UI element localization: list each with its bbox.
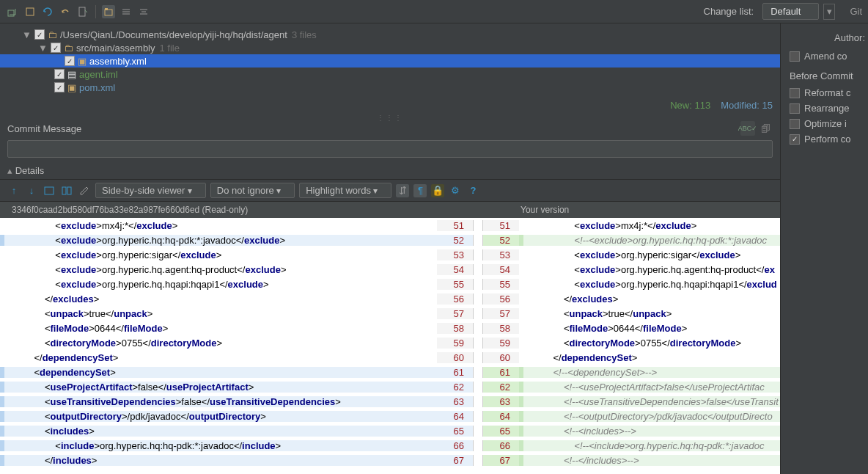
modified-count: Modified: 15 (721, 100, 773, 111)
dropdown-arrow-icon[interactable]: ▾ (823, 4, 835, 20)
rearrange-checkbox[interactable]: Rearrange (790, 103, 865, 114)
diff-line[interactable]: <exclude>org.hyperic.hq.hqapi:hqapi1</ex… (0, 277, 780, 291)
rollback-icon[interactable] (23, 5, 37, 18)
settings-gear-icon[interactable]: ⚙ (449, 184, 462, 197)
tree-root-folder[interactable]: ▼ ✓ 🗀 /Users/QianL/Documents/develop/yij… (0, 28, 780, 41)
diff-line[interactable]: <fileMode>0644</fileMode>5858 <fileMode>… (0, 321, 780, 335)
collapse-icon[interactable] (137, 5, 150, 18)
tree-file-assembly[interactable]: ✓ ▣ assembly.xml (0, 54, 780, 68)
ignore-dropdown[interactable]: Do not ignore ▾ (210, 183, 295, 198)
viewer-mode-dropdown[interactable]: Side-by-side viewer ▾ (95, 183, 206, 198)
history-icon[interactable]: 🗐 (758, 121, 773, 136)
svg-rect-4 (105, 8, 108, 10)
folder-icon: 🗀 (48, 29, 57, 40)
undo-icon[interactable] (59, 5, 72, 18)
checkbox[interactable]: ✓ (51, 43, 61, 53)
diff-line[interactable]: <useTransitiveDependencies>false</useTra… (0, 394, 780, 409)
before-commit-label: Before Commit (790, 70, 865, 81)
svg-rect-0 (8, 10, 14, 16)
edit-icon[interactable] (78, 184, 91, 197)
commit-icon[interactable] (6, 5, 19, 18)
folder-icon: 🗀 (64, 43, 73, 54)
diff-icon[interactable] (76, 5, 89, 18)
diff-line[interactable]: <outputDirectory>/pdk/javadoc</outputDir… (0, 409, 780, 423)
tree-file-pom[interactable]: ✓ ▣ pom.xml (0, 81, 780, 94)
refresh-icon[interactable] (41, 5, 54, 18)
help-icon[interactable]: ? (466, 184, 479, 197)
next-diff-icon[interactable]: ↓ (25, 184, 38, 197)
commit-message-label: Commit Message (7, 123, 81, 134)
checkbox[interactable]: ✓ (65, 56, 75, 66)
checkbox[interactable]: ✓ (54, 69, 65, 79)
diff-line[interactable]: <exclude>mx4j:*</exclude>5151 <exclude>m… (0, 218, 780, 233)
right-revision-label: Your version (510, 205, 780, 215)
diff-line[interactable]: </includes>6767 <!--</includes>--> (0, 453, 780, 467)
svg-rect-1 (26, 8, 34, 15)
diff-line[interactable]: <includes>6565 <!--<includes>--> (0, 423, 780, 438)
svg-rect-2 (79, 7, 85, 16)
author-label: Author: (790, 32, 865, 43)
commit-options-panel: Author: Amend co Before Commit Reformat … (780, 23, 868, 474)
status-line: New: 113 Modified: 15 (0, 97, 780, 114)
chevron-down-icon[interactable]: ▼ (22, 29, 32, 40)
tree-sub-folder[interactable]: ▼ ✓ 🗀 src/main/assembly 1 file (0, 41, 780, 54)
tree-file-iml[interactable]: ✓ ▤ agent.iml (0, 68, 780, 81)
expand-icon[interactable] (119, 5, 133, 18)
svg-rect-7 (67, 187, 71, 194)
iml-file-icon: ▤ (67, 69, 76, 80)
commit-message-input[interactable] (7, 140, 773, 158)
highlight-dropdown[interactable]: Highlight words ▾ (299, 183, 391, 198)
diff-line[interactable]: </dependencySet>6060 </dependencySet> (0, 350, 780, 365)
diff-line[interactable]: <dependencySet>6161 <!--<dependencySet>-… (0, 365, 780, 379)
reformat-checkbox[interactable]: Reformat c (790, 87, 865, 98)
group-icon[interactable] (102, 5, 115, 18)
amend-checkbox-row[interactable]: Amend co (790, 51, 865, 62)
diff-line[interactable]: <exclude>org.hyperic.hq.agent:hq-product… (0, 262, 780, 277)
lock-icon[interactable]: 🔒 (431, 184, 444, 197)
file-count: 1 file (160, 43, 180, 54)
details-toggle[interactable]: Details (0, 162, 780, 179)
diff-viewer[interactable]: <exclude>mx4j:*</exclude>5151 <exclude>m… (0, 218, 780, 474)
git-label: Git (850, 6, 862, 17)
go-to-icon[interactable] (43, 184, 56, 197)
change-list-label: Change list: (704, 6, 754, 17)
checkbox[interactable]: ✓ (34, 29, 45, 40)
diff-line[interactable]: <include>org.hyperic.hq:hq-pdk:*:javadoc… (0, 438, 780, 453)
left-revision-label: 3346f0caad2bd580df76ba33e82a987fe660d6ed… (0, 205, 437, 215)
xml-file-icon: ▣ (78, 56, 87, 67)
diff-line[interactable]: </excludes>5656 </excludes> (0, 291, 780, 306)
xml-file-icon: ▣ (67, 82, 76, 93)
diff-line[interactable]: <exclude>org.hyperic.hq:hq-pdk:*:javadoc… (0, 233, 780, 247)
diff-toolbar: ↑ ↓ Side-by-side viewer ▾ Do not ignore … (0, 179, 780, 202)
compare-icon[interactable] (60, 184, 73, 197)
spellcheck-icon[interactable]: ABC✓ (740, 121, 755, 136)
diff-line[interactable]: <useProjectArtifact>false</useProjectArt… (0, 379, 780, 394)
whitespace-icon[interactable]: ¶ (413, 184, 427, 197)
prev-diff-icon[interactable]: ↑ (7, 184, 21, 197)
change-list-dropdown[interactable]: Default (762, 3, 819, 20)
toolbar-separator (95, 5, 96, 18)
new-count: New: 113 (670, 100, 710, 111)
diff-line[interactable]: <unpack>true</unpack>5757 <unpack>true</… (0, 306, 780, 321)
optimize-checkbox[interactable]: Optimize i (790, 118, 865, 129)
checkbox[interactable]: ✓ (54, 82, 65, 92)
file-tree: ▼ ✓ 🗀 /Users/QianL/Documents/develop/yij… (0, 23, 780, 97)
chevron-down-icon[interactable]: ▼ (38, 43, 48, 54)
perform-checkbox[interactable]: ✓Perform co (790, 134, 865, 145)
file-count: 3 files (292, 29, 317, 40)
diff-title-bar: 3346f0caad2bd580df76ba33e82a987fe660d6ed… (0, 202, 780, 218)
svg-rect-3 (105, 10, 112, 15)
svg-rect-6 (62, 187, 66, 194)
sync-scroll-icon[interactable]: ⇵ (396, 184, 409, 197)
main-toolbar: Change list: Default ▾ Git (0, 0, 868, 23)
svg-rect-5 (45, 187, 54, 194)
diff-line[interactable]: <directoryMode>0755</directoryMode>5959 … (0, 335, 780, 350)
diff-line[interactable]: <exclude>org.hyperic:sigar</exclude>5353… (0, 247, 780, 262)
